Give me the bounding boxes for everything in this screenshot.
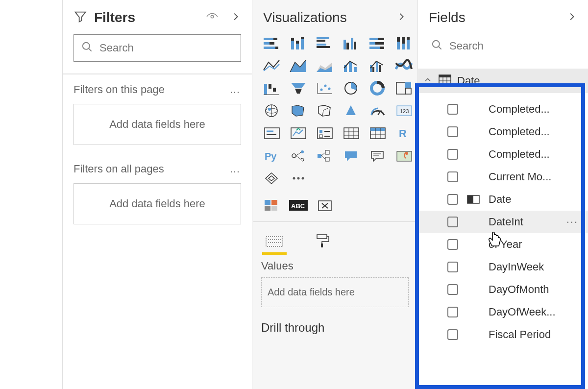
svg-rect-31 — [402, 44, 405, 49]
azure-map-icon[interactable] — [341, 102, 362, 120]
decomposition-tree-icon[interactable] — [314, 147, 336, 165]
field-checkbox[interactable] — [447, 217, 458, 227]
field-checkbox[interactable] — [447, 239, 458, 250]
svg-rect-58 — [405, 82, 411, 88]
map-icon[interactable] — [261, 102, 283, 120]
field-checkbox[interactable] — [447, 149, 458, 160]
filters-page-dropzone[interactable]: Add data fields here — [74, 104, 241, 145]
filters-allpages-dropzone[interactable]: Add data fields here — [74, 183, 241, 224]
pie-chart-icon[interactable] — [341, 79, 362, 97]
field-checkbox[interactable] — [447, 126, 458, 137]
field-checkbox[interactable] — [447, 104, 458, 115]
search-icon — [81, 41, 94, 55]
svg-rect-92 — [318, 154, 321, 158]
field-name: Completed... — [489, 103, 579, 116]
svg-point-102 — [297, 177, 300, 180]
more-icon[interactable]: … — [229, 83, 241, 96]
hundred-stacked-column-icon[interactable] — [393, 34, 415, 52]
svg-rect-25 — [369, 42, 375, 45]
table-icon[interactable] — [341, 124, 362, 142]
line-stacked-column-icon[interactable] — [341, 57, 362, 74]
field-checkbox[interactable] — [447, 194, 458, 205]
fields-pane: Fields Date Completed...Completed...Comp… — [418, 0, 588, 389]
shape-map-icon[interactable] — [314, 102, 336, 120]
visibility-icon[interactable] — [206, 10, 219, 25]
field-checkbox[interactable] — [447, 307, 458, 317]
funnel-chart-icon[interactable] — [288, 79, 309, 97]
svg-rect-13 — [301, 37, 304, 39]
stacked-column-chart-icon[interactable] — [288, 34, 309, 52]
stacked-area-chart-icon[interactable] — [314, 57, 336, 74]
filters-title: Filters — [94, 10, 199, 25]
tab-format[interactable] — [310, 226, 335, 255]
field-name: Completed... — [489, 148, 579, 161]
svg-point-52 — [320, 89, 323, 91]
stacked-bar-chart-icon[interactable] — [261, 34, 283, 52]
more-icon[interactable]: ··· — [566, 216, 578, 228]
filled-map-icon[interactable] — [288, 102, 309, 120]
format-colors-icon[interactable] — [261, 197, 283, 215]
more-visuals-icon[interactable] — [288, 170, 309, 187]
arcgis-map-icon[interactable] — [393, 147, 415, 165]
field-checkbox[interactable] — [447, 284, 458, 295]
card-icon[interactable]: 123 — [393, 102, 415, 120]
clustered-column-chart-icon[interactable] — [341, 34, 362, 52]
field-checkbox[interactable] — [447, 262, 458, 272]
field-row[interactable]: DayInWeek — [418, 256, 588, 278]
field-row[interactable]: DateInt··· — [418, 211, 588, 233]
values-dropzone[interactable]: Add data fields here — [261, 277, 409, 307]
treemap-icon[interactable] — [393, 79, 415, 97]
filters-search-input[interactable] — [99, 42, 234, 54]
svg-rect-73 — [319, 135, 322, 138]
more-icon[interactable]: … — [229, 163, 241, 175]
svg-rect-120 — [439, 75, 451, 77]
key-influencers-icon[interactable] — [288, 147, 309, 165]
field-row[interactable]: DayOfMonth — [418, 278, 588, 301]
r-visual-icon[interactable]: R — [393, 124, 415, 142]
line-chart-icon[interactable] — [261, 57, 283, 74]
svg-rect-10 — [296, 44, 299, 49]
kpi-icon[interactable] — [288, 124, 309, 142]
format-text-icon[interactable]: ABC — [288, 197, 309, 215]
python-visual-icon[interactable]: Py — [261, 147, 283, 165]
format-delete-icon[interactable] — [314, 197, 336, 215]
field-checkbox[interactable] — [447, 329, 458, 340]
scatter-chart-icon[interactable] — [314, 79, 336, 97]
svg-rect-7 — [275, 47, 278, 49]
collapse-fields-icon[interactable] — [566, 11, 577, 24]
area-chart-icon[interactable] — [288, 57, 309, 74]
field-checkbox[interactable] — [447, 171, 458, 182]
field-row[interactable]: DayOfWeek... — [418, 301, 588, 323]
line-clustered-column-icon[interactable] — [367, 57, 389, 74]
filters-search[interactable] — [74, 34, 241, 62]
waterfall-chart-icon[interactable] — [261, 79, 283, 97]
field-row[interactable]: Fiscal Period — [418, 323, 588, 346]
fields-search-input[interactable] — [449, 40, 575, 52]
power-apps-icon[interactable] — [261, 170, 283, 187]
drill-through-label: Drill through — [252, 307, 417, 335]
multi-row-card-icon[interactable] — [261, 124, 283, 142]
tab-fields[interactable] — [262, 226, 287, 255]
collapse-filters-icon[interactable] — [230, 11, 241, 24]
hundred-stacked-bar-icon[interactable] — [367, 34, 389, 52]
qa-visual-icon[interactable] — [341, 147, 362, 165]
field-row[interactable]: Completed... — [418, 98, 588, 121]
svg-rect-12 — [301, 39, 304, 49]
clustered-bar-chart-icon[interactable] — [314, 34, 336, 52]
svg-rect-41 — [372, 67, 374, 72]
donut-chart-icon[interactable] — [367, 79, 389, 97]
fields-search[interactable] — [429, 34, 577, 58]
table-date[interactable]: Date — [418, 69, 588, 93]
field-row[interactable]: Completed... — [418, 143, 588, 166]
collapse-viz-icon[interactable] — [396, 11, 407, 24]
gauge-icon[interactable] — [367, 102, 389, 120]
narrative-icon[interactable] — [367, 147, 389, 165]
field-row[interactable]: of Year — [418, 233, 588, 256]
field-row[interactable]: Current Mo... — [418, 166, 588, 188]
field-row[interactable]: Date — [418, 188, 588, 211]
slicer-icon[interactable] — [314, 124, 336, 142]
matrix-icon[interactable] — [367, 124, 389, 142]
filters-header: Filters — [63, 0, 252, 34]
ribbon-chart-icon[interactable] — [393, 57, 415, 74]
field-row[interactable]: Completed... — [418, 121, 588, 143]
